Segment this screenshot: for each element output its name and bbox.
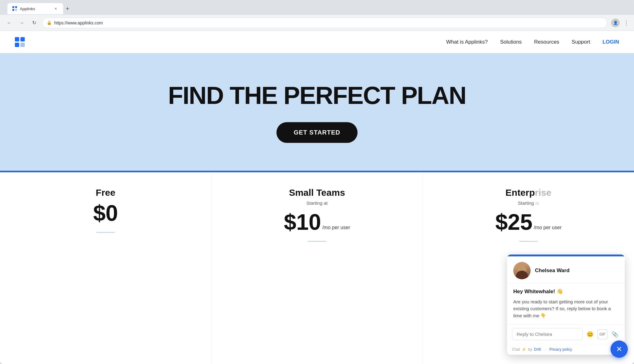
card-divider-enterprise [519, 241, 538, 242]
favicon-dot [12, 6, 14, 8]
pricing-card-small-teams: Small Teams Starting at $10 /mo per user [211, 173, 423, 364]
logo-dot [15, 37, 19, 41]
card-divider-free [96, 232, 115, 233]
browser-tab[interactable]: Applinks × [7, 3, 63, 14]
chat-greeting: Hey Whitewhale! 👋 [513, 288, 619, 295]
login-button[interactable]: LOGIN [602, 39, 619, 45]
emoji-button[interactable]: 😊 [585, 329, 595, 339]
site-navigation: What is Applinks? Solutions Resources Su… [0, 31, 634, 53]
favicon-dot [15, 9, 17, 11]
tab-bar: Applinks × + [0, 0, 634, 15]
nav-link-support[interactable]: Support [572, 39, 590, 45]
drift-link[interactable]: Drift [534, 347, 541, 352]
privacy-link[interactable]: Privacy policy [549, 347, 572, 352]
tab-title: Applinks [20, 6, 35, 11]
card-name-free: Free [96, 187, 115, 198]
chat-message: Are you ready to start getting more out … [513, 298, 619, 319]
logo-dot [20, 43, 25, 47]
url-bar[interactable]: 🔒 https://www.applinks.com [42, 18, 607, 28]
pricing-card-free: Free $0 [0, 173, 211, 364]
chat-body: Hey Whitewhale! 👋 Are you ready to start… [507, 283, 625, 324]
hero-section: FIND THE PERFECT PLAN GET STARTED [0, 53, 634, 171]
url-text: https://www.applinks.com [54, 20, 603, 25]
tab-close-button[interactable]: × [53, 6, 58, 11]
chat-label: Chat [512, 347, 520, 352]
profile-avatar[interactable]: 👤 [611, 19, 620, 27]
by-label: by [528, 347, 532, 352]
card-price-enterprise: $25 /mo per user [495, 209, 562, 235]
chat-input-row: 😊 GIF 📎 [507, 324, 625, 344]
new-tab-button[interactable]: + [63, 4, 72, 13]
chat-footer: Chat ⚡ by Drift · Privacy policy [507, 344, 625, 355]
chat-widget: Chelsea Ward Hey Whitewhale! 👋 Are you r… [507, 255, 625, 355]
agent-name: Chelsea Ward [535, 268, 570, 274]
nav-link-what[interactable]: What is Applinks? [446, 39, 488, 45]
chat-agent-row: Chelsea Ward [507, 256, 625, 283]
lock-icon: 🔒 [47, 20, 52, 25]
nav-links: What is Applinks? Solutions Resources Su… [446, 39, 619, 45]
address-bar: ← → ↻ 🔒 https://www.applinks.com 👤 ⋮ [0, 15, 634, 31]
forward-button[interactable]: → [17, 19, 26, 27]
favicon-dot [12, 9, 14, 11]
website-content: What is Applinks? Solutions Resources Su… [0, 31, 634, 364]
refresh-button[interactable]: ↻ [30, 19, 38, 27]
nav-link-resources[interactable]: Resources [534, 39, 559, 45]
card-divider-small-teams [308, 241, 326, 242]
card-price-unit-small-teams: /mo per user [322, 225, 350, 235]
browser-menu-button[interactable]: ⋮ [623, 19, 629, 26]
gif-button[interactable]: GIF [597, 329, 607, 339]
get-started-button[interactable]: GET STARTED [276, 122, 358, 143]
card-price-unit-enterprise: /mo per user [534, 225, 562, 235]
logo-dot [20, 37, 25, 41]
hero-title: FIND THE PERFECT PLAN [168, 81, 466, 110]
chat-input[interactable] [512, 328, 583, 340]
tab-favicon [12, 6, 17, 11]
nav-link-solutions[interactable]: Solutions [500, 39, 522, 45]
card-name-small-teams: Small Teams [289, 187, 345, 198]
agent-avatar [513, 262, 531, 279]
card-price-free: $0 [93, 200, 118, 226]
card-price-small-teams: $10 /mo per user [284, 209, 350, 235]
favicon-dot [15, 6, 17, 8]
chat-close-button[interactable]: ✕ [610, 340, 628, 358]
browser-window: Applinks × + ← → ↻ 🔒 https://www.applink… [0, 0, 634, 364]
site-logo[interactable] [15, 37, 25, 47]
back-button[interactable]: ← [5, 19, 14, 27]
card-name-enterprise: Enterprise [506, 187, 551, 198]
attach-button[interactable]: 📎 [610, 329, 620, 339]
lightning-icon: ⚡ [522, 347, 526, 352]
card-starting-enterprise: Starting at [518, 200, 539, 206]
logo-dot [15, 43, 19, 47]
card-starting-small-teams: Starting at [306, 200, 328, 206]
